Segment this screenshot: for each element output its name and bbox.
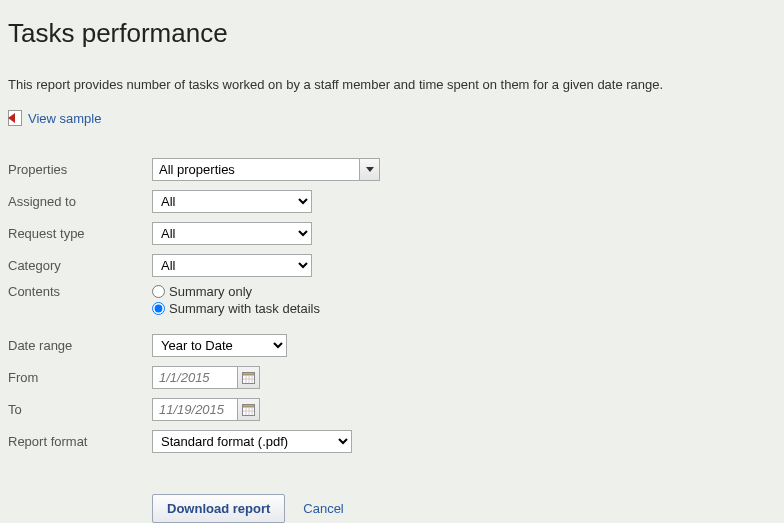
row-contents: Contents Summary only Summary with task … — [8, 282, 776, 316]
label-assigned-to: Assigned to — [8, 194, 152, 209]
label-from: From — [8, 370, 152, 385]
svg-rect-3 — [243, 372, 255, 375]
assigned-to-select[interactable]: All — [152, 190, 312, 213]
to-date-box — [152, 398, 260, 421]
contents-option-summary-only[interactable]: Summary only — [152, 284, 320, 299]
properties-dropdown-button[interactable] — [359, 159, 379, 180]
radio-summary-only[interactable] — [152, 285, 165, 298]
contents-option-summary-details[interactable]: Summary with task details — [152, 301, 320, 316]
label-request-type: Request type — [8, 226, 152, 241]
request-type-select[interactable]: All — [152, 222, 312, 245]
radio-label-summary-only: Summary only — [169, 284, 252, 299]
row-properties: Properties — [8, 154, 776, 184]
properties-input[interactable] — [153, 159, 359, 180]
category-select[interactable]: All — [152, 254, 312, 277]
row-report-format: Report format Standard format (.pdf) — [8, 426, 776, 456]
label-contents: Contents — [8, 284, 152, 299]
chevron-down-icon — [366, 167, 374, 172]
calendar-icon — [242, 403, 255, 416]
label-report-format: Report format — [8, 434, 152, 449]
row-request-type: Request type All — [8, 218, 776, 248]
from-date-box — [152, 366, 260, 389]
report-format-select[interactable]: Standard format (.pdf) — [152, 430, 352, 453]
svg-rect-9 — [243, 404, 255, 407]
row-category: Category All — [8, 250, 776, 280]
to-date-input[interactable] — [153, 399, 237, 420]
row-assigned-to: Assigned to All — [8, 186, 776, 216]
row-date-range: Date range Year to Date — [8, 330, 776, 360]
properties-combo[interactable] — [152, 158, 380, 181]
label-to: To — [8, 402, 152, 417]
from-calendar-button[interactable] — [237, 367, 259, 388]
cancel-link[interactable]: Cancel — [303, 501, 343, 516]
from-date-input[interactable] — [153, 367, 237, 388]
pdf-icon — [8, 110, 22, 126]
view-sample-link[interactable]: View sample — [28, 111, 101, 126]
download-report-button[interactable]: Download report — [152, 494, 285, 523]
label-properties: Properties — [8, 162, 152, 177]
calendar-icon — [242, 371, 255, 384]
row-from: From — [8, 362, 776, 392]
label-date-range: Date range — [8, 338, 152, 353]
date-range-select[interactable]: Year to Date — [152, 334, 287, 357]
action-row: Download report Cancel — [152, 494, 776, 523]
view-sample-row: View sample — [8, 110, 776, 126]
label-category: Category — [8, 258, 152, 273]
row-to: To — [8, 394, 776, 424]
radio-summary-details[interactable] — [152, 302, 165, 315]
page-title: Tasks performance — [8, 18, 776, 49]
page-description: This report provides number of tasks wor… — [8, 77, 776, 92]
radio-label-summary-details: Summary with task details — [169, 301, 320, 316]
to-calendar-button[interactable] — [237, 399, 259, 420]
